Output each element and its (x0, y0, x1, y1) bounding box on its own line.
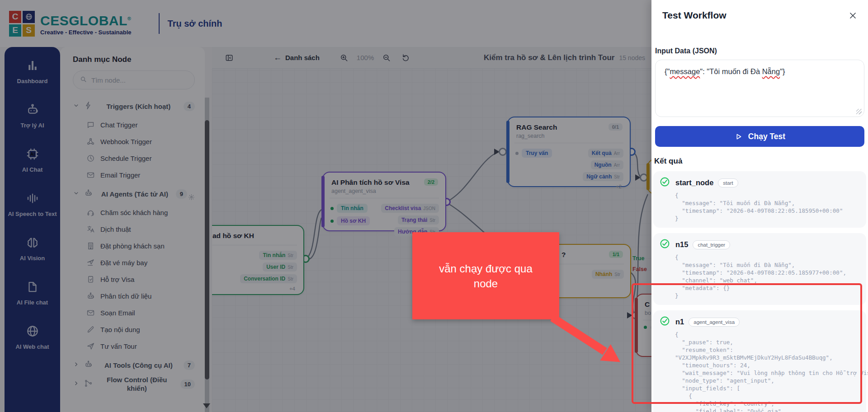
result-node-type-badge: start (718, 178, 738, 187)
success-check-icon (660, 177, 670, 189)
annotation-text: vẫn chạy được qua node (412, 261, 559, 291)
run-test-button[interactable]: Chạy Test (655, 126, 864, 147)
success-check-icon (660, 239, 670, 251)
result-node-id: n1 (675, 318, 684, 326)
result-json-output: { "message": "Tôi muốn đi Đà Nẵng", "tim… (675, 192, 860, 222)
annotation-callout: vẫn chạy được qua node (412, 232, 559, 319)
resize-handle[interactable] (856, 109, 862, 114)
success-check-icon (660, 316, 670, 328)
test-workflow-panel: Test Workflow Input Data (JSON) {"messag… (651, 0, 868, 412)
input-data-label: Input Data (JSON) (655, 47, 866, 55)
result-json-output: { "_pause": true, "resume_token": "V2XJM… (675, 331, 860, 412)
play-icon (734, 132, 743, 141)
result-node-type-badge: chat_trigger (693, 240, 730, 249)
close-icon[interactable] (849, 11, 857, 20)
result-node-id: n15 (675, 240, 688, 249)
app-root: C E S CESGLOBAL® Creative - Effective - … (0, 0, 868, 412)
test-panel-title: Test Workflow (662, 10, 849, 21)
results-list: start_nodestart{ "message": "Tôi muốn đi… (653, 171, 866, 412)
annotation-arrow-icon (538, 307, 628, 368)
result-json-output: { "message": "Tôi muốn đi Đà Nẵng", "tim… (675, 253, 860, 300)
result-card-start_node: start_nodestart{ "message": "Tôi muốn đi… (653, 171, 866, 228)
result-card-n1: n1agent_agent_visa{ "_pause": true, "res… (653, 310, 866, 412)
results-title: Kết quả (654, 157, 866, 166)
result-card-n15: n15chat_trigger{ "message": "Tôi muốn đi… (653, 233, 866, 305)
input-data-field[interactable]: {"message": "Tôi muốn đi Đà Nẵng"} (655, 60, 864, 117)
result-node-type-badge: agent_agent_visa (689, 318, 740, 327)
result-node-id: start_node (675, 178, 713, 187)
